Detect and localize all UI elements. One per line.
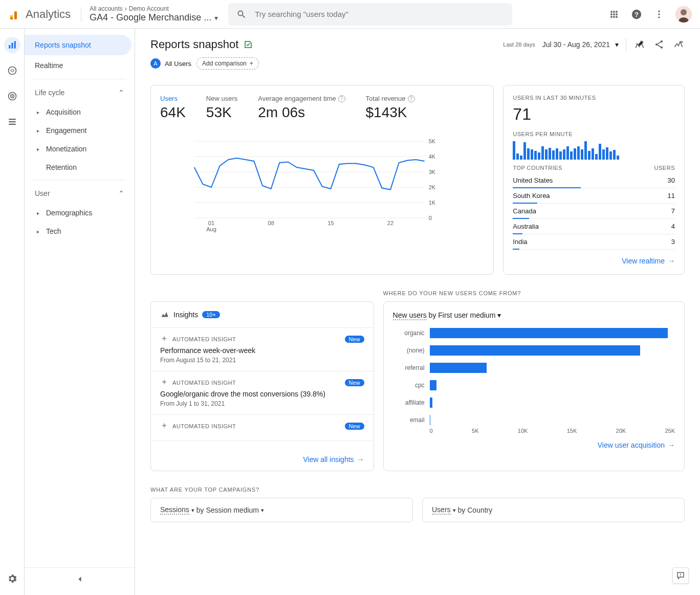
- help-icon[interactable]: ?: [408, 95, 415, 102]
- add-comparison-button[interactable]: Add comparison+: [196, 57, 259, 70]
- search-box[interactable]: [228, 3, 512, 26]
- rail-admin-icon[interactable]: [4, 570, 20, 587]
- sidebar-item-realtime[interactable]: Realtime: [25, 55, 132, 76]
- insight-item[interactable]: AUTOMATED INSIGHTNew: [151, 414, 374, 440]
- caret-right-icon: ▸: [37, 210, 41, 216]
- insights-title: Insights: [173, 311, 198, 319]
- svg-text:15: 15: [327, 220, 334, 226]
- bar-row: cpc: [393, 380, 672, 391]
- dropdown-icon: ▾: [214, 14, 218, 22]
- svg-point-7: [658, 16, 660, 18]
- country-row: India3: [513, 234, 675, 250]
- page-title: Reports snapshot: [150, 38, 238, 51]
- app-header: Analytics All accounts › Demo Account GA…: [0, 0, 700, 29]
- sidebar: Reports snapshot Realtime Life cycle⌃ ▸A…: [25, 29, 135, 595]
- dropdown-icon: ▾: [453, 507, 456, 514]
- country-row: South Korea11: [513, 188, 675, 204]
- date-range-picker[interactable]: Jul 30 - Aug 26, 2021▾: [542, 40, 619, 49]
- all-users-chip[interactable]: AAll Users: [150, 58, 191, 69]
- rail-reports-icon[interactable]: [4, 37, 20, 53]
- svg-point-23: [681, 41, 683, 42]
- bar-row: (none): [393, 345, 672, 356]
- arrow-right-icon: →: [357, 455, 364, 464]
- bar-row: organic: [393, 327, 672, 339]
- feedback-button[interactable]: [672, 567, 689, 584]
- avatar[interactable]: [675, 6, 692, 23]
- metric-new-users[interactable]: New users 53K: [206, 95, 237, 121]
- svg-point-16: [11, 96, 13, 97]
- insight-item[interactable]: AUTOMATED INSIGHTNewGoogle/organic drove…: [151, 371, 374, 414]
- more-icon[interactable]: [653, 8, 665, 20]
- svg-text:?: ?: [635, 10, 639, 18]
- logo-block[interactable]: Analytics: [8, 8, 81, 21]
- svg-rect-11: [11, 43, 13, 49]
- page-actions: Last 28 days Jul 30 - Aug 26, 2021▾: [503, 38, 685, 51]
- sidebar-item-retention[interactable]: Retention: [25, 158, 135, 177]
- sidebar-item-reports-snapshot[interactable]: Reports snapshot: [25, 35, 132, 55]
- help-icon[interactable]: ?: [338, 95, 345, 102]
- svg-point-2: [10, 17, 13, 19]
- insights-icon[interactable]: [672, 38, 685, 51]
- users-by-country-card[interactable]: Users ▾ by Country: [422, 498, 685, 522]
- analytics-logo-icon: [8, 8, 20, 20]
- svg-rect-12: [14, 41, 15, 49]
- account-selector[interactable]: All accounts › Demo Account GA4 - Google…: [90, 5, 218, 23]
- sidebar-collapse-button[interactable]: [25, 567, 135, 590]
- dropdown-icon: ▾: [615, 40, 619, 49]
- chevron-up-icon: ⌃: [118, 189, 124, 197]
- sessions-by-medium-card[interactable]: Sessions ▾ by Session medium ▾: [150, 498, 413, 522]
- sidebar-item-monetization[interactable]: ▸Monetization: [25, 140, 135, 158]
- sidebar-item-demographics[interactable]: ▸Demographics: [25, 204, 135, 222]
- bar-chart-axis: 05K10K15K20K25K: [393, 428, 675, 434]
- insight-item[interactable]: AUTOMATED INSIGHTNewPerformance week-ove…: [151, 327, 374, 371]
- realtime-users-value: 71: [513, 105, 675, 124]
- insights-sparkle-icon: [160, 310, 169, 319]
- users-line-chart: 01K2K3K4K5K01Aug081522: [160, 131, 484, 233]
- search-input[interactable]: [255, 10, 504, 18]
- arrow-right-icon: →: [668, 257, 675, 265]
- campaigns-section-label: WHAT ARE YOUR TOP CAMPAIGNS?: [150, 487, 685, 493]
- rail-configure-icon[interactable]: [4, 114, 20, 130]
- sidebar-item-engagement[interactable]: ▸Engagement: [25, 121, 135, 140]
- svg-text:0: 0: [429, 215, 432, 221]
- customize-report-icon[interactable]: [633, 38, 646, 51]
- sidebar-group-user[interactable]: User⌃: [25, 183, 135, 204]
- sidebar-item-acquisition[interactable]: ▸Acquisition: [25, 103, 135, 121]
- chevron-up-icon: ⌃: [118, 89, 124, 97]
- sparkle-icon: [160, 379, 168, 387]
- share-icon[interactable]: [653, 38, 665, 51]
- sidebar-group-lifecycle[interactable]: Life cycle⌃: [25, 82, 135, 103]
- sparkle-icon: [160, 335, 168, 343]
- date-label: Last 28 days: [503, 41, 535, 48]
- metric-engagement-time[interactable]: Average engagement time? 2m 06s: [258, 95, 345, 121]
- caret-right-icon: ▸: [37, 109, 41, 115]
- view-realtime-link[interactable]: View realtime→: [513, 257, 675, 265]
- svg-point-6: [658, 13, 660, 15]
- svg-point-5: [658, 10, 660, 12]
- rail-advertising-icon[interactable]: [4, 88, 20, 104]
- svg-text:01: 01: [208, 220, 214, 226]
- country-row: Canada7: [513, 204, 675, 219]
- help-icon[interactable]: ?: [630, 8, 643, 20]
- realtime-spark-title: USERS PER MINUTE: [513, 131, 675, 137]
- caret-right-icon: ▸: [37, 146, 41, 152]
- insights-count-badge: 10+: [202, 311, 220, 318]
- rail-explore-icon[interactable]: [4, 62, 20, 79]
- sidebar-item-tech[interactable]: ▸Tech: [25, 222, 135, 240]
- svg-rect-19: [9, 124, 16, 125]
- svg-rect-18: [9, 121, 16, 122]
- svg-point-13: [8, 67, 16, 75]
- arrow-right-icon: →: [668, 441, 675, 449]
- svg-point-9: [681, 9, 687, 15]
- country-row: Australia4: [513, 219, 675, 234]
- metric-users[interactable]: Users 64K: [160, 95, 186, 121]
- apps-icon[interactable]: [608, 8, 620, 20]
- svg-rect-10: [9, 45, 10, 49]
- metric-total-revenue[interactable]: Total revenue? $143K: [366, 95, 415, 121]
- view-user-acquisition-link[interactable]: View user acquisition→: [393, 441, 675, 449]
- acquisition-dimension-selector[interactable]: New users by First user medium ▾: [393, 311, 675, 319]
- bar-row: email: [393, 414, 672, 426]
- dropdown-icon: ▾: [191, 507, 194, 514]
- header-actions: ?: [598, 6, 692, 23]
- view-all-insights-link[interactable]: View all insights→: [160, 455, 364, 464]
